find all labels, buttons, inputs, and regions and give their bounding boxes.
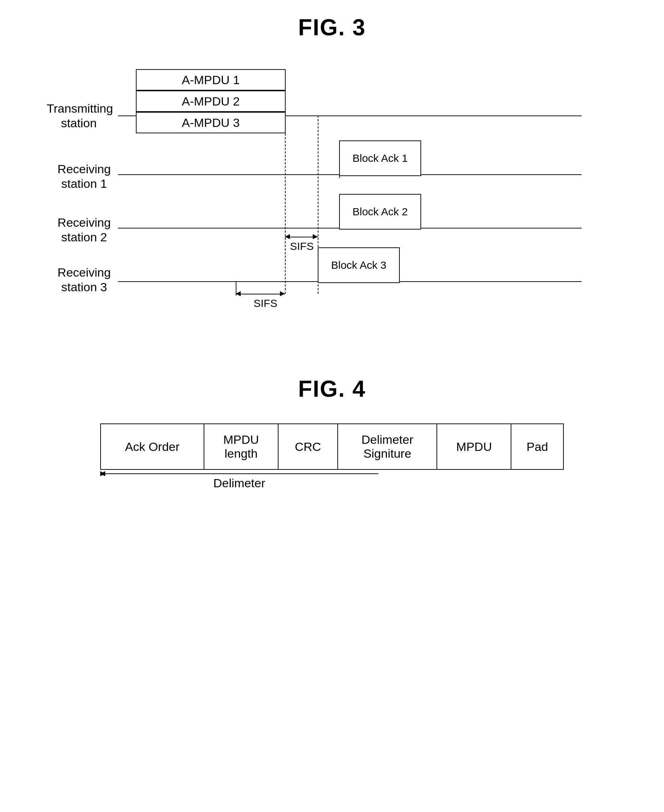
fig4-table: Ack Order MPDUlength CRC DelimeterSignit… [100,424,564,470]
sifs1-label: SIFS [290,240,314,252]
block-ack-1-vline [339,174,340,178]
delimeter-label: Delimeter [100,476,378,490]
page-container: FIG. 3 Transmittingstation Receivingstat… [0,0,664,504]
sifs2-arrow-right [280,291,285,296]
col-ack-order: Ack Order [101,424,204,469]
ampdu3-box: A-MPDU 3 [136,112,286,133]
sifs2-left-tick [236,281,236,296]
transmitting-station-label: Transmittingstation [47,101,111,130]
delimeter-arrow-right [100,471,105,476]
block-ack-3-box: Block Ack 3 [318,247,400,283]
sifs2-arrow-line [236,294,285,294]
col-mpdu-length: MPDUlength [204,424,278,469]
fig4-table-row: Ack Order MPDUlength CRC DelimeterSignit… [101,424,563,469]
fig4-title: FIG. 4 [29,376,635,402]
receiving-station-2-label: Receivingstation 2 [54,215,114,245]
delimeter-arrow-line-row [100,473,378,474]
block-ack-1-box: Block Ack 1 [339,140,421,176]
fig3-title: FIG. 3 [29,14,635,41]
fig4-table-wrap: Ack Order MPDUlength CRC DelimeterSignit… [100,424,564,490]
ampdu1-box: A-MPDU 1 [136,69,286,91]
ampdu2-box: A-MPDU 2 [136,91,286,112]
block-ack-2-box: Block Ack 2 [339,194,421,229]
col-mpdu: MPDU [437,424,511,469]
col-pad: Pad [511,424,563,469]
fig3-diagram: Transmittingstation Receivingstation 1 R… [47,62,617,340]
sifs2-label: SIFS [254,297,277,309]
sifs1-arrow-left [285,234,290,239]
dashed-vline-1 [285,115,286,294]
col-delimeter-signiture: DelimeterSigniture [338,424,437,469]
sifs2-arrow-left [236,291,241,296]
delimeter-arrow-container: Delimeter [100,473,378,490]
col-crc: CRC [278,424,338,469]
receiving-station-1-label: Receivingstation 1 [54,162,114,191]
receiving-station-3-label: Receivingstation 3 [54,265,114,294]
fig4-diagram: Ack Order MPDUlength CRC DelimeterSignit… [47,424,617,490]
delimeter-h-line [100,473,378,474]
sifs1-arrow-right [313,234,318,239]
